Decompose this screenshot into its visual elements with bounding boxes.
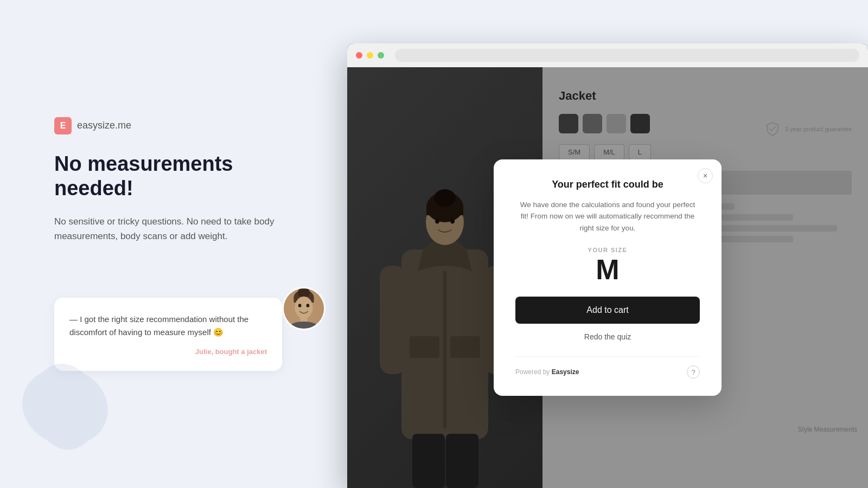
testimonial-author: Julie, bought a jacket bbox=[69, 348, 267, 356]
browser-address-bar[interactable] bbox=[395, 49, 859, 62]
main-subtext: No sensitive or tricky questions. No nee… bbox=[54, 214, 282, 243]
svg-point-10 bbox=[25, 358, 105, 455]
powered-by-text: Powered by Easysize bbox=[515, 368, 579, 376]
recommended-size: M bbox=[515, 255, 700, 284]
brand-row: E easysize.me bbox=[54, 117, 315, 134]
modal-footer: Powered by Easysize ? bbox=[515, 356, 700, 378]
add-to-cart-button[interactable]: Add to cart bbox=[515, 297, 700, 324]
svg-point-4 bbox=[295, 297, 312, 319]
avatar-image bbox=[284, 287, 324, 330]
your-size-label: YOUR SIZE bbox=[515, 247, 700, 253]
modal-close-button[interactable]: × bbox=[698, 168, 713, 183]
browser-content: Jacket S/M M/L L bbox=[347, 67, 868, 488]
modal-title: Your perfect fit could be bbox=[515, 179, 700, 190]
browser-toolbar bbox=[347, 43, 868, 67]
browser-dot-red bbox=[356, 52, 362, 59]
right-panel: Jacket S/M M/L L bbox=[347, 0, 868, 488]
modal-description: We have done the calculations and found … bbox=[515, 199, 700, 234]
svg-point-5 bbox=[298, 304, 302, 307]
browser-dot-green bbox=[378, 52, 384, 59]
svg-point-3 bbox=[298, 287, 310, 298]
brand-icon: E bbox=[54, 117, 72, 134]
avatar bbox=[282, 287, 326, 330]
testimonial-text: — I got the right size recommendation wi… bbox=[69, 313, 267, 339]
modal-overlay: × Your perfect fit could be We have done… bbox=[347, 67, 868, 488]
main-headline: No measurements needed! bbox=[54, 152, 315, 201]
help-button[interactable]: ? bbox=[687, 365, 700, 378]
browser-dot-yellow bbox=[367, 52, 373, 59]
brand-name: easysize.me bbox=[77, 120, 131, 131]
browser-window: Jacket S/M M/L L bbox=[347, 43, 868, 488]
redo-quiz-button[interactable]: Redo the quiz bbox=[515, 330, 700, 343]
svg-point-6 bbox=[307, 304, 310, 307]
fit-recommendation-modal: × Your perfect fit could be We have done… bbox=[494, 159, 722, 396]
decorative-blob bbox=[16, 358, 114, 455]
